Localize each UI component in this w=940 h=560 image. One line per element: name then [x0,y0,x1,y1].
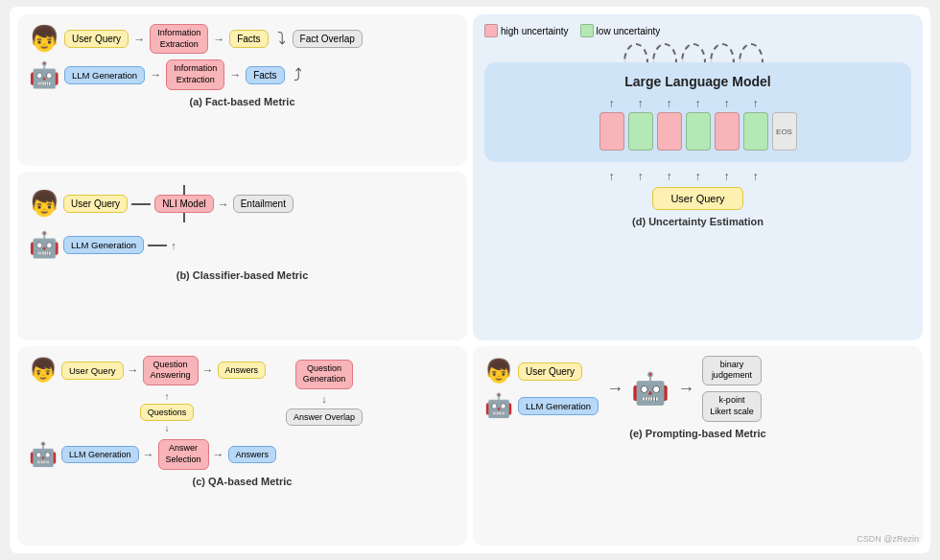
binary-judgement: binaryjudgement [702,356,762,385]
curve2 [652,43,677,62]
answers-c2: Answers [228,446,277,463]
nli-col: NLI Model [154,185,214,222]
user-query-e: User Query [518,362,582,381]
llm-gen-a: LLM Generation [64,66,145,84]
questions-row: ↑ Questions ↓ [58,391,276,433]
panel-c-wrapper: 👦 User Query → QuestionAnswering → Answe… [29,356,456,470]
dashed-curves-row [484,43,911,62]
token-5 [715,112,740,151]
qa-row1: 👦 User Query → QuestionAnswering → Answe… [29,356,276,385]
panel-a-label: (a) Fact-based Metric [29,96,456,107]
legend-row: high uncertainty low uncertainty [484,24,911,37]
arrow-e1: → [606,379,623,399]
legend-high-text: high uncertainty [501,26,569,36]
panel-e-content: 👦 User Query 🤖 LLM Generation → 🤖 → bina… [484,356,911,422]
hline-b2 [148,245,167,246]
llm-title: Large Language Model [496,74,900,89]
llm-gen-b: LLM Generation [63,236,144,254]
panel-e-row1: 👦 User Query [484,358,599,385]
token-2 [628,112,653,151]
fact-overlap: Fact Overlap [293,30,363,48]
arrow-c2: → [202,363,214,377]
vline-b2 [183,213,185,222]
token-1 [599,112,624,151]
nli-row1: 👦 User Query NLI Model → Entailment [29,185,456,222]
token-eos: EOS [772,112,797,151]
curve3 [681,43,706,62]
watermark: CSDN @zRezin [857,534,919,544]
arrow-c4: → [213,448,224,461]
panel-d: high uncertainty low uncertainty Large L… [473,14,923,340]
token-4 [686,112,711,151]
panel-c-left: 👦 User Query → QuestionAnswering → Answe… [29,356,276,470]
llm-gen-e: LLM Generation [518,397,599,415]
panel-e-right: binaryjudgement k-pointLikert scale [702,356,762,422]
llm-container: Large Language Model ↑ ↑ ↑ ↑ ↑ ↑ EO [484,62,911,162]
panel-a-content: 👦 User Query → InformationExtraction → F… [29,24,456,90]
llm-tokens: EOS [496,112,900,151]
bottom-up-arrows: ↑ ↑ ↑ ↑ ↑ ↑ [484,170,911,183]
eos-label: EOS [776,128,792,136]
robot-icon-b: 🤖 [29,230,59,260]
entailment: Entailment [233,195,294,213]
nli-content: 👦 User Query NLI Model → Entailment 🤖 LL… [29,181,456,264]
qgen-box: QuestionGeneration [295,360,354,389]
person-icon-e: 👦 [484,358,513,385]
panel-e-row2: 🤖 LLM Generation [484,392,599,419]
llm-gen-c: LLM Generation [61,446,139,463]
robot-icon-e: 🤖 [484,392,513,419]
qa-box: QuestionAnswering [143,356,199,385]
curve1 [623,43,648,62]
main-container: 👦 User Query → InformationExtraction → F… [10,7,930,553]
llm-query-row: User Query [484,187,911,210]
answer-sel-box: AnswerSelection [158,439,209,469]
panel-a: 👦 User Query → InformationExtraction → F… [17,14,467,166]
vline-b1 [183,185,185,195]
person-icon-a1: 👦 [29,24,59,54]
token-3 [657,112,682,151]
qa-row2: 🤖 LLM Generation → AnswerSelection → Ans… [29,439,276,469]
robot-icon-c: 🤖 [29,441,58,468]
arrow-b1: → [218,198,229,211]
legend-pink-box [484,24,498,37]
legend-low-text: low uncertainty [597,26,661,36]
curve-spacer [767,43,792,62]
token-up-arrows: ↑ ↑ ↑ ↑ ↑ ↑ [496,97,900,110]
answers-c1: Answers [218,362,267,379]
panel-c-right: QuestionGeneration ↓ Answer Overlap [286,356,363,426]
arrow-e2: → [677,379,694,399]
person-icon-b1: 👦 [29,189,59,219]
arrow-a4: → [229,68,241,82]
user-query-c: User Query [61,362,124,380]
curve5 [739,43,764,62]
panel-e: 👦 User Query 🤖 LLM Generation → 🤖 → bina… [473,346,923,546]
panel-d-label: (d) Uncertainty Estimation [484,216,911,227]
curve4 [710,43,735,62]
info-extraction-a2: InformationExtraction [166,59,224,89]
questions-box: Questions [140,404,195,421]
nli-model: NLI Model [154,195,214,213]
llm-user-query: User Query [652,187,742,210]
legend-high: high uncertainty [484,24,569,37]
robot-judge-icon: 🤖 [631,370,670,407]
arrow-a2: → [213,33,224,46]
info-extraction-a1: InformationExtraction [150,24,208,54]
robot-icon-a2: 🤖 [29,60,59,90]
legend-green-box [580,24,594,37]
arrow-c3: → [143,448,154,461]
panel-e-left: 👦 User Query 🤖 LLM Generation [484,358,599,419]
user-query-b: User Query [63,195,128,213]
panel-b: 👦 User Query NLI Model → Entailment 🤖 LL… [17,172,467,340]
likert-scale: k-pointLikert scale [702,391,762,421]
token-6 [743,112,768,151]
legend-low: low uncertainty [580,24,661,37]
hline-b1 [131,203,151,205]
answer-overlap: Answer Overlap [286,408,363,426]
panel-c: 👦 User Query → QuestionAnswering → Answe… [17,346,467,546]
facts-a2: Facts [246,66,284,84]
arrow-c1: → [128,363,139,377]
arrow-a1: → [133,33,145,46]
nli-row2: 🤖 LLM Generation ↑ [29,230,456,260]
panel-c-label: (c) QA-based Metric [29,476,456,487]
panel-e-label: (e) Prompting-based Metric [484,428,911,439]
